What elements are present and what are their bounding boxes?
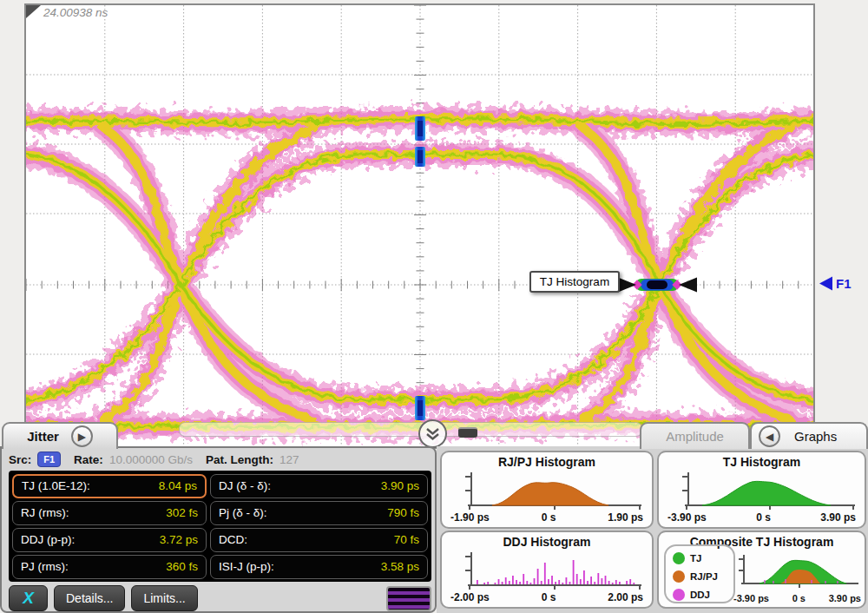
rjpj-axis-labels: -1.90 ps 0 s 1.90 ps — [450, 511, 643, 524]
play-button[interactable]: ▶ — [71, 425, 93, 447]
ddj-histogram-panel: DDJ Histogram -2.00 ps 0 s 2.00 ps — [440, 531, 654, 609]
legend-item-rjpj: RJ/PJ — [673, 567, 733, 585]
tj-histogram-title: TJ Histogram — [659, 455, 865, 469]
rjpj-histogram-title: RJ/PJ Histogram — [442, 455, 652, 469]
drawer-drag-handle[interactable] — [458, 427, 477, 438]
eye-diagram-plot — [26, 5, 813, 449]
details-button[interactable]: Details... — [54, 585, 125, 611]
oscilloscope-screen: 24.00938 ns TJ Histogram F1 Jitter ▶ Amp… — [0, 0, 868, 613]
tj-axis-labels: -3.90 ps 0 s 3.90 ps — [667, 511, 856, 524]
close-button[interactable]: X — [9, 585, 48, 611]
f1-waveform-marker[interactable]: F1 — [819, 276, 852, 291]
src-label: Src: — [9, 453, 31, 466]
timebase-readout: 24.00938 ns — [43, 6, 108, 19]
rjpj-histogram-panel: RJ/PJ Histogram -1.90 ps 0 s 1.90 ps — [440, 451, 654, 529]
rjpj-histogram-plot — [447, 470, 648, 510]
right-arrow-icon — [679, 278, 697, 293]
composite-legend: TJ RJ/PJ DDJ — [664, 544, 735, 603]
legend-item-ddj: DDJ — [673, 585, 733, 603]
ddj-histogram-title: DDJ Histogram — [442, 535, 652, 549]
f1-marker-label: F1 — [836, 276, 852, 291]
jitter-results-panel: Src: F1 Rate: 10.000000 Gb/s Pat. Length… — [0, 446, 437, 613]
measurement-cell-tj[interactable]: TJ (1.0E-12): 8.04 ps — [12, 474, 207, 498]
measurement-cell-dcd[interactable]: DCD: 70 fs — [210, 528, 428, 552]
collapse-panel-button[interactable] — [418, 419, 447, 448]
tj-legend-dot — [673, 552, 685, 564]
trigger-corner-icon — [26, 5, 41, 18]
legend-item-tj: TJ — [673, 549, 733, 567]
ddj-histogram-plot — [447, 550, 648, 590]
waveform-memory-button[interactable] — [386, 586, 431, 611]
tab-amplitude[interactable]: Amplitude — [640, 422, 750, 449]
composite-tj-histogram-panel: Composite TJ Histogram TJ RJ/PJ DDJ — [657, 531, 866, 609]
tab-graphs-label: Graphs — [794, 429, 837, 444]
tj-histogram-label: TJ Histogram — [529, 271, 620, 293]
tj-histogram-plot — [664, 470, 862, 510]
measurement-grid: TJ (1.0E-12): 8.04 ps DJ (δ - δ): 3.90 p… — [9, 471, 431, 582]
measurement-cell-pj-rms[interactable]: PJ (rms): 360 fs — [12, 555, 207, 579]
pat-length-value: 127 — [279, 453, 299, 466]
tab-graphs[interactable]: ◀ Graphs — [750, 422, 868, 449]
composite-axis-labels: -3.90 ps 0 s 3.90 ps — [733, 593, 861, 603]
measurement-cell-pj-dd[interactable]: Pj (δ - δ): 790 fs — [210, 501, 428, 525]
left-arrow-icon — [618, 278, 636, 293]
panel-drawer-bar[interactable] — [179, 422, 642, 437]
back-arrow-button[interactable]: ◀ — [759, 425, 780, 447]
limits-button[interactable]: Limits... — [131, 585, 197, 611]
eye-diagram-graticule — [24, 3, 815, 449]
tab-jitter-label: Jitter — [27, 429, 59, 444]
tj-histogram-panel: TJ Histogram -3.90 ps 0 s 3.90 ps — [657, 451, 866, 529]
tab-amplitude-label: Amplitude — [666, 429, 724, 444]
tab-jitter[interactable]: Jitter ▶ — [2, 422, 118, 449]
measurement-cell-ddj[interactable]: DDJ (p-p): 3.72 ps — [12, 528, 207, 552]
pat-length-label: Pat. Length: — [206, 453, 273, 466]
chevron-double-down-icon — [420, 421, 445, 446]
graphs-panel: RJ/PJ Histogram -1.90 ps 0 s 1.90 ps TJ … — [437, 446, 868, 613]
tj-histogram-marker — [618, 278, 697, 293]
source-info-row: Src: F1 Rate: 10.000000 Gb/s Pat. Length… — [9, 452, 299, 467]
ddj-legend-dot — [673, 589, 685, 601]
left-triangle-icon — [819, 276, 833, 291]
rjpj-legend-dot — [673, 570, 685, 583]
rate-value: 10.000000 Gb/s — [109, 453, 193, 466]
rate-label: Rate: — [74, 453, 103, 466]
source-badge[interactable]: F1 — [37, 452, 61, 467]
panel-button-row: X Details... Limits... — [9, 585, 431, 611]
composite-histogram-plot — [735, 551, 864, 588]
measurement-cell-dj[interactable]: DJ (δ - δ): 3.90 ps — [210, 474, 428, 498]
ddj-axis-labels: -2.00 ps 0 s 2.00 ps — [450, 591, 643, 603]
measurement-cell-isij[interactable]: ISI-J (p-p): 3.58 ps — [210, 555, 428, 579]
measurement-cell-rj[interactable]: RJ (rms): 302 fs — [12, 501, 207, 525]
